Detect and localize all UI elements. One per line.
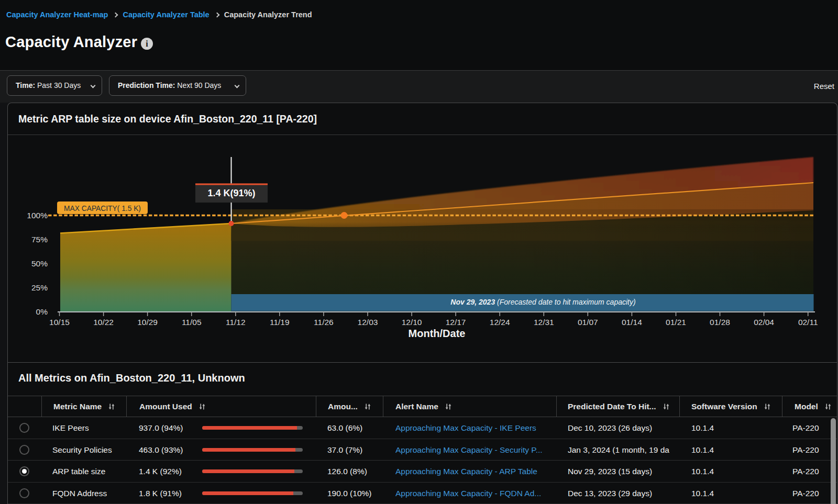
svg-text:MAX CAPACITY( 1.5 K): MAX CAPACITY( 1.5 K) — [64, 205, 141, 212]
svg-text:25%: 25% — [31, 283, 48, 292]
svg-text:100%: 100% — [27, 211, 48, 220]
svg-text:01/07: 01/07 — [578, 318, 598, 327]
svg-text:11/12: 11/12 — [226, 318, 246, 327]
svg-text:10/22: 10/22 — [93, 318, 114, 327]
svg-text:11/26: 11/26 — [314, 318, 334, 327]
svg-text:Month/Date: Month/Date — [409, 328, 466, 339]
svg-text:75%: 75% — [31, 235, 48, 244]
svg-text:02/11: 02/11 — [798, 318, 818, 327]
svg-text:02/04: 02/04 — [754, 318, 774, 327]
svg-text:1.4 K(91%): 1.4 K(91%) — [207, 188, 255, 198]
svg-text:11/05: 11/05 — [182, 318, 202, 327]
svg-text:10/29: 10/29 — [137, 318, 158, 327]
svg-text:10/15: 10/15 — [49, 318, 70, 327]
svg-text:12/31: 12/31 — [534, 318, 554, 327]
svg-text:01/14: 01/14 — [622, 318, 642, 327]
svg-text:0%: 0% — [36, 307, 48, 316]
svg-text:01/21: 01/21 — [666, 318, 686, 327]
svg-text:12/10: 12/10 — [402, 318, 422, 327]
svg-text:50%: 50% — [31, 259, 48, 268]
svg-text:12/24: 12/24 — [490, 318, 510, 327]
svg-text:12/03: 12/03 — [358, 318, 378, 327]
svg-text:12/17: 12/17 — [446, 318, 466, 327]
svg-text:11/19: 11/19 — [270, 318, 290, 327]
svg-text:01/28: 01/28 — [710, 318, 730, 327]
svg-text:Nov 29, 2023 (Forecasted date: Nov 29, 2023 (Forecasted date to hit max… — [450, 298, 635, 306]
